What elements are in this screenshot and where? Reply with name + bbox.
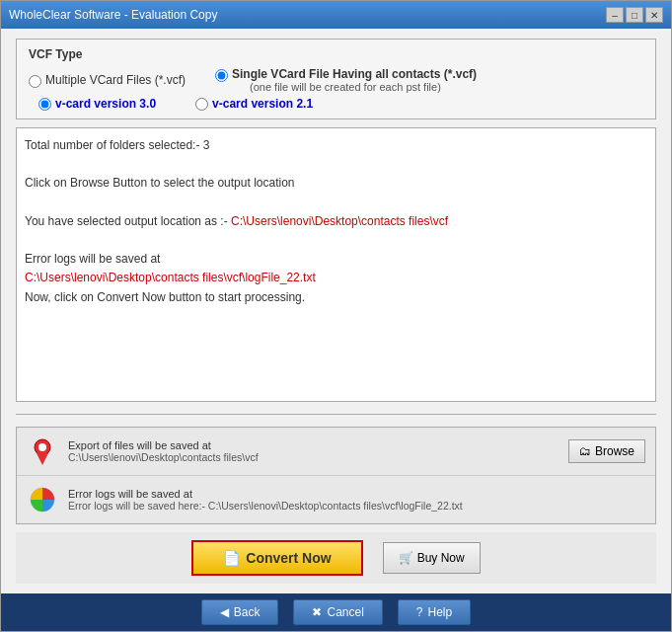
version-30-label: v-card version 3.0: [55, 97, 156, 111]
vcf-type-group: VCF Type Multiple VCard Files (*.vcf) Si…: [16, 39, 656, 119]
convert-label: Convert Now: [246, 550, 331, 566]
cancel-icon: ✖: [312, 605, 322, 619]
log-path-1: C:\Users\lenovi\Desktop\contacts files\v…: [228, 214, 448, 228]
export-info-text: Export of files will be saved at C:\User…: [68, 439, 559, 463]
multiple-vcf-option[interactable]: Multiple VCard Files (*.vcf): [29, 73, 186, 88]
version-21-option[interactable]: v-card version 2.1: [195, 97, 313, 111]
convert-now-button[interactable]: 📄 Convert Now: [191, 540, 362, 576]
svg-point-1: [38, 443, 46, 451]
log-line-5: Now, click on Convert Now button to star…: [25, 288, 647, 307]
maximize-button[interactable]: □: [626, 7, 643, 23]
log-line-1: Total number of folders selected:- 3: [25, 136, 647, 155]
back-button[interactable]: ◀ Back: [201, 599, 279, 625]
version-30-radio[interactable]: [38, 98, 51, 111]
version-options-row: v-card version 3.0 v-card version 2.1: [38, 97, 643, 111]
convert-icon: 📄: [223, 550, 240, 566]
error-label: Error logs will be saved at: [68, 488, 645, 500]
buy-now-button[interactable]: 🛒 Buy Now: [383, 542, 481, 574]
browse-button[interactable]: 🗂 Browse: [568, 439, 645, 463]
multiple-vcf-radio[interactable]: [29, 75, 41, 88]
main-content: VCF Type Multiple VCard Files (*.vcf) Si…: [1, 29, 671, 593]
export-label: Export of files will be saved at: [68, 439, 559, 451]
cancel-button[interactable]: ✖ Cancel: [293, 599, 382, 625]
log-path-2: C:\Users\lenovi\Desktop\contacts files\v…: [25, 269, 647, 287]
log-line-2: Click on Browse Button to select the out…: [25, 174, 647, 193]
title-bar: WholeClear Software - Evaluation Copy – …: [1, 1, 671, 29]
version-21-label: v-card version 2.1: [212, 97, 313, 111]
action-buttons-row: 📄 Convert Now 🛒 Buy Now: [16, 532, 656, 584]
log-line-3: You have selected output location as :- …: [25, 212, 647, 231]
vcf-group-label: VCF Type: [29, 47, 643, 61]
single-vcf-radio[interactable]: [215, 69, 228, 82]
separator: [16, 414, 656, 415]
buy-label: Buy Now: [417, 551, 465, 565]
svg-marker-2: [37, 453, 48, 465]
export-path: C:\Users\lenovi\Desktop\contacts files\v…: [68, 451, 559, 463]
single-vcf-option[interactable]: Single VCard File Having all contacts (*…: [215, 67, 477, 93]
back-label: Back: [234, 605, 261, 619]
main-window: WholeClear Software - Evaluation Copy – …: [0, 0, 672, 632]
version-21-radio[interactable]: [195, 98, 208, 111]
error-info-text: Error logs will be saved at Error logs w…: [68, 488, 645, 512]
location-icon: [27, 435, 58, 467]
cancel-label: Cancel: [327, 605, 363, 619]
bottom-info-section: Export of files will be saved at C:\User…: [16, 427, 656, 524]
single-vcf-sublabel: (one file will be created for each pst f…: [250, 81, 477, 93]
multiple-vcf-label: Multiple VCard Files (*.vcf): [45, 73, 186, 87]
cart-icon: 🛒: [399, 551, 413, 565]
version-30-option[interactable]: v-card version 3.0: [38, 97, 156, 111]
log-line-4: Error logs will be saved at: [25, 250, 647, 269]
close-button[interactable]: ✕: [645, 7, 663, 23]
help-icon: ?: [416, 605, 423, 619]
error-sublabel-path: Error logs will be saved here:- C:\Users…: [68, 500, 645, 512]
pin-svg: [31, 437, 54, 465]
pie-chart-icon: [27, 484, 58, 515]
log-area: Total number of folders selected:- 3 Cli…: [16, 127, 656, 402]
footer: ◀ Back ✖ Cancel ? Help: [1, 593, 671, 631]
error-path: C:\Users\lenovi\Desktop\contacts files\v…: [208, 500, 463, 512]
browse-icon: 🗂: [579, 444, 591, 458]
help-button[interactable]: ? Help: [398, 599, 471, 625]
back-icon: ◀: [220, 605, 229, 619]
vcf-options-row: Multiple VCard Files (*.vcf) Single VCar…: [29, 67, 643, 93]
browse-label: Browse: [595, 444, 635, 458]
window-title: WholeClear Software - Evaluation Copy: [9, 8, 217, 22]
error-info-row: Error logs will be saved at Error logs w…: [17, 476, 655, 523]
help-label: Help: [428, 605, 453, 619]
single-vcf-label: Single VCard File Having all contacts (*…: [232, 67, 477, 81]
export-info-row: Export of files will be saved at C:\User…: [17, 428, 655, 476]
window-controls: – □ ✕: [606, 7, 663, 23]
pie-svg: [29, 486, 56, 514]
minimize-button[interactable]: –: [606, 7, 624, 23]
